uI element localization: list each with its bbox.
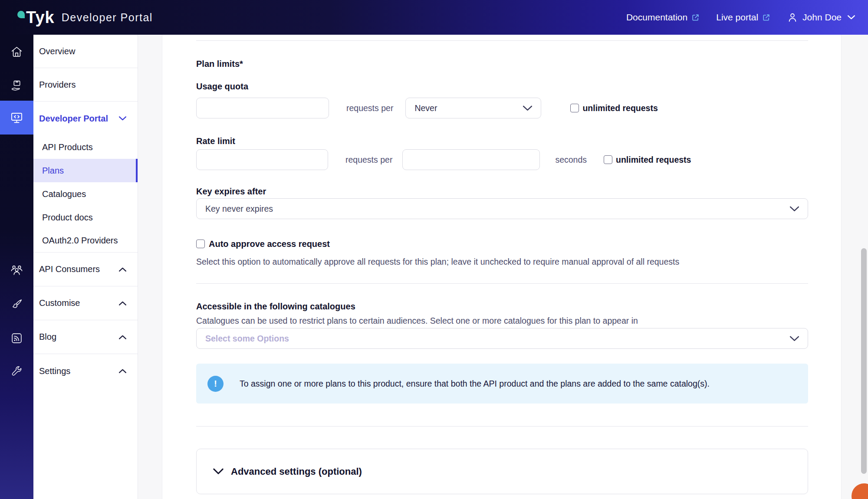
sidebar-item-plans[interactable]: Plans	[33, 159, 138, 182]
rail-item-settings[interactable]	[0, 355, 33, 388]
info-exclamation-icon: !	[207, 376, 224, 392]
rail-item-developer-portal[interactable]	[0, 101, 33, 135]
chevron-down-icon	[523, 105, 532, 111]
chevron-up-icon	[119, 335, 126, 339]
plan-limits-heading: Plan limits*	[196, 59, 243, 69]
user-name: John Doe	[802, 12, 842, 23]
requests-per-label: requests per	[346, 103, 393, 113]
user-icon	[787, 12, 798, 23]
chevron-down-icon	[790, 336, 799, 341]
info-banner-text: To assign one or more plans to this prod…	[240, 379, 710, 389]
sidebar-item-label: Customise	[39, 298, 80, 308]
usage-quota-input[interactable]	[196, 98, 329, 118]
providers-icon	[10, 79, 23, 92]
sidebar-item-label: Product docs	[42, 213, 93, 223]
advanced-settings-label: Advanced settings (optional)	[231, 466, 362, 477]
rate-unlimited-label: unlimited requests	[616, 155, 691, 165]
auto-approve-checkbox[interactable]	[196, 240, 205, 248]
advanced-settings-toggle[interactable]: Advanced settings (optional)	[196, 449, 808, 494]
info-banner: ! To assign one or more plans to this pr…	[196, 364, 808, 404]
home-icon	[10, 45, 23, 59]
sidebar-item-label: Providers	[39, 80, 76, 90]
rail-item-customise[interactable]	[0, 287, 33, 321]
sidebar-item-settings[interactable]: Settings	[33, 354, 138, 388]
brand[interactable]: Tyk Developer Portal	[17, 8, 153, 26]
content-left-gutter	[138, 35, 162, 499]
chevron-down-icon	[790, 206, 799, 212]
rate-limit-row: requests per seconds unlimited requests	[196, 149, 808, 170]
key-expires-label: Key expires after	[196, 187, 266, 197]
live-portal-link[interactable]: Live portal	[716, 12, 770, 23]
section-divider	[196, 283, 808, 284]
scrollbar-thumb[interactable]	[861, 248, 867, 474]
top-header: Tyk Developer Portal Documentation Live …	[0, 0, 868, 35]
external-link-icon	[762, 13, 770, 22]
quota-period-value: Never	[414, 103, 437, 113]
rate-limit-input[interactable]	[196, 149, 328, 170]
quota-unlimited-label: unlimited requests	[582, 103, 658, 113]
rail-item-providers[interactable]	[0, 69, 33, 102]
sidebar-item-customise[interactable]: Customise	[33, 286, 138, 320]
sidebar-item-label: Blog	[39, 332, 56, 342]
quota-period-select[interactable]: Never	[405, 98, 541, 118]
sidebar-menu: Overview Providers Developer Portal API …	[33, 35, 138, 499]
sidebar-item-label: OAuth2.0 Providers	[42, 236, 118, 246]
key-expires-select[interactable]: Key never expires	[196, 198, 808, 219]
documentation-link[interactable]: Documentation	[626, 12, 700, 23]
live-portal-link-label: Live portal	[716, 12, 758, 23]
rail-item-api-consumers[interactable]	[0, 253, 33, 287]
catalogues-placeholder: Select some Options	[205, 334, 289, 344]
scrollbar-gutter	[841, 35, 868, 499]
tyk-logo: Tyk	[17, 8, 55, 26]
external-link-icon	[691, 13, 700, 22]
rail-item-blog[interactable]	[0, 321, 33, 355]
sidebar-item-label: API Consumers	[39, 264, 100, 274]
users-group-icon	[10, 263, 24, 277]
auto-approve-description: Select this option to automatically appr…	[196, 257, 808, 267]
chevron-up-icon	[119, 301, 126, 305]
quota-unlimited-checkbox[interactable]	[570, 104, 579, 112]
chevron-down-icon	[119, 116, 126, 121]
user-menu[interactable]: John Doe	[787, 12, 855, 23]
sidebar-item-providers[interactable]: Providers	[33, 68, 138, 102]
sidebar-item-oauth2-providers[interactable]: OAuth2.0 Providers	[33, 229, 138, 253]
rss-blog-icon	[10, 332, 23, 345]
usage-quota-label: Usage quota	[196, 82, 248, 92]
key-expires-value: Key never expires	[205, 204, 273, 214]
usage-quota-row: requests per Never unlimited requests	[196, 98, 808, 118]
sidebar-item-label: API Products	[42, 142, 93, 152]
header-actions: Documentation Live portal John Doe	[626, 12, 855, 23]
sidebar-item-label: Plans	[42, 166, 64, 176]
developer-portal-icon	[10, 111, 24, 125]
auto-approve-label: Auto approve access request	[209, 239, 330, 249]
sidebar-item-overview[interactable]: Overview	[33, 35, 138, 68]
sidebar-item-catalogues[interactable]: Catalogues	[33, 182, 138, 206]
rail-item-overview[interactable]	[0, 35, 33, 69]
wrench-icon	[10, 365, 23, 378]
sidebar-item-label: Catalogues	[42, 189, 86, 199]
rate-limit-per-input[interactable]	[402, 149, 540, 170]
section-divider	[196, 40, 808, 41]
sidebar-icon-rail	[0, 35, 33, 499]
app-window: Tyk Developer Portal Documentation Live …	[0, 0, 868, 499]
sidebar-item-product-docs[interactable]: Product docs	[33, 206, 138, 229]
catalogues-heading: Accessible in the following catalogues	[196, 302, 355, 312]
catalogues-multiselect[interactable]: Select some Options	[196, 328, 808, 349]
section-divider	[196, 426, 808, 427]
auto-approve-row: Auto approve access request	[196, 239, 330, 249]
sidebar-item-api-products[interactable]: API Products	[33, 135, 138, 159]
product-title: Developer Portal	[62, 11, 153, 24]
tyk-leaf-icon	[17, 11, 25, 18]
chevron-down-icon	[213, 468, 224, 475]
catalogues-description: Catalogues can be used to restrict plans…	[196, 316, 808, 326]
rate-unlimited-checkbox[interactable]	[604, 155, 612, 164]
rate-limit-label: Rate limit	[196, 136, 235, 146]
paintbrush-icon	[10, 298, 23, 311]
sidebar-item-api-consumers[interactable]: API Consumers	[33, 253, 138, 286]
sidebar-item-developer-portal[interactable]: Developer Portal	[33, 102, 138, 135]
seconds-label: seconds	[555, 155, 587, 165]
chevron-down-icon	[848, 15, 855, 20]
sidebar-item-blog[interactable]: Blog	[33, 320, 138, 354]
brand-name: Tyk	[26, 8, 55, 26]
documentation-link-label: Documentation	[626, 12, 687, 23]
